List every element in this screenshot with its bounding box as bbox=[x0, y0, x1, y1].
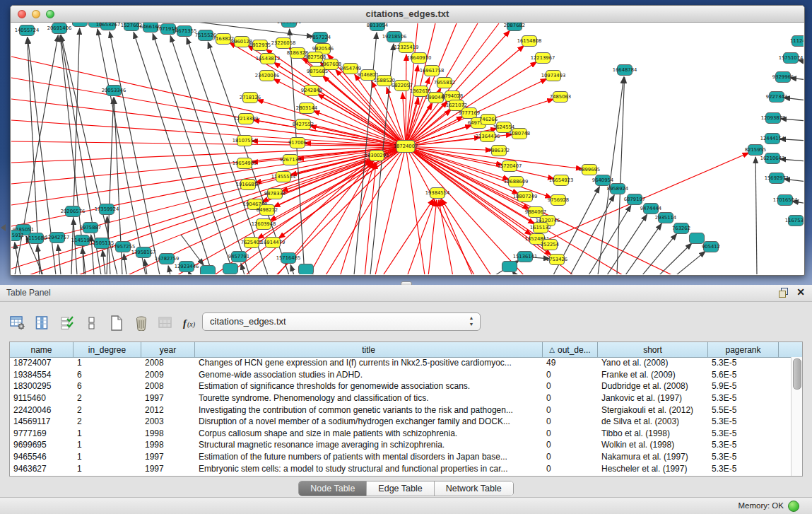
table-cell[interactable]: 9699695 bbox=[10, 440, 73, 450]
table-cell[interactable]: 5.3E-5 bbox=[708, 440, 779, 450]
citation-edge-red[interactable] bbox=[257, 100, 406, 146]
table-cell[interactable]: Yano et al. (2008) bbox=[598, 358, 708, 368]
table-cell[interactable]: Embryonic stem cells: a model to study s… bbox=[195, 464, 543, 474]
table-cell[interactable]: Hescheler et al. (1997) bbox=[598, 464, 708, 474]
citation-edge-black[interactable] bbox=[755, 157, 757, 274]
table-cell[interactable]: 0 bbox=[543, 370, 598, 380]
new-table-icon[interactable] bbox=[107, 314, 126, 332]
select-all-icon[interactable] bbox=[58, 314, 76, 332]
table-cell[interactable]: Structural magnetic resonance image aver… bbox=[195, 440, 543, 450]
citation-edge-black[interactable] bbox=[659, 243, 692, 274]
network-window[interactable]: citations_edges.txt 18724007716382289601… bbox=[10, 5, 805, 276]
citation-edge-red[interactable] bbox=[11, 146, 406, 163]
table-cell[interactable]: 5.3E-5 bbox=[708, 452, 779, 462]
table-cell[interactable]: 2 bbox=[73, 393, 141, 403]
graph-node[interactable] bbox=[73, 23, 88, 27]
table-cell[interactable]: Disruption of a novel member of a sodium… bbox=[195, 416, 543, 426]
table-cell[interactable]: 0 bbox=[543, 393, 598, 403]
row-height-icon[interactable] bbox=[83, 314, 101, 332]
table-cell[interactable]: 1997 bbox=[141, 393, 195, 403]
citation-edge-black[interactable] bbox=[168, 266, 170, 274]
table-row[interactable]: 946554611997Estimation of the future num… bbox=[10, 451, 792, 463]
citation-edge-red[interactable] bbox=[382, 199, 433, 274]
citation-edge-black[interactable] bbox=[676, 251, 705, 274]
table-cell[interactable]: 19384554 bbox=[10, 370, 73, 380]
citation-edge-red[interactable] bbox=[11, 99, 406, 146]
citation-network-graph[interactable]: 1872400771638228960128891293523226058982… bbox=[11, 23, 804, 274]
table-row[interactable]: 1938455462009Genome-wide association stu… bbox=[10, 369, 792, 381]
table-selector-dropdown[interactable]: citations_edges.txt ▲▼ bbox=[202, 313, 481, 331]
table-cell[interactable]: 1 bbox=[73, 358, 141, 368]
citation-edge-red[interactable] bbox=[11, 146, 406, 247]
table-row[interactable]: 2242004622012Investigating the contribut… bbox=[10, 404, 792, 416]
column-header-in-degree[interactable]: in_degree bbox=[73, 342, 141, 357]
table-cell[interactable]: Tibbo et al. (1998) bbox=[598, 428, 708, 438]
table-cell[interactable]: 1 bbox=[73, 464, 141, 474]
table-row[interactable]: 946362711997Embryonic stem cells: a mode… bbox=[10, 462, 792, 474]
citation-edge-black[interactable] bbox=[625, 223, 661, 274]
table-cell[interactable]: 2008 bbox=[141, 358, 195, 368]
import-table-icon[interactable] bbox=[157, 314, 175, 332]
table-cell[interactable]: 2 bbox=[73, 416, 141, 426]
table-cell[interactable]: 5.3E-5 bbox=[708, 416, 779, 426]
column-header-title[interactable]: title bbox=[195, 342, 543, 357]
float-panel-icon[interactable] bbox=[778, 287, 788, 297]
citation-edge-black[interactable] bbox=[181, 235, 204, 265]
table-cell[interactable]: 0 bbox=[543, 464, 598, 474]
network-canvas[interactable]: 1872400771638228960128891293523226058982… bbox=[11, 23, 804, 274]
table-cell[interactable]: 0 bbox=[543, 381, 598, 391]
table-cell[interactable]: 1998 bbox=[141, 428, 195, 438]
table-row[interactable]: 1872400712008Changes of HCN gene express… bbox=[10, 357, 792, 369]
citation-edge-black[interactable] bbox=[617, 77, 625, 274]
column-header-out-de-[interactable]: △out_de... bbox=[543, 342, 598, 357]
graph-node[interactable] bbox=[502, 262, 517, 272]
table-cell[interactable]: Nakamura et al. (1997) bbox=[598, 452, 708, 462]
table-cell[interactable]: Estimation of significance thresholds fo… bbox=[195, 381, 543, 391]
citation-edge-red[interactable] bbox=[11, 146, 406, 205]
citation-edge-black[interactable] bbox=[642, 234, 677, 274]
table-cell[interactable]: Tourette syndrome. Phenomenology and cla… bbox=[195, 393, 543, 403]
citation-edge-red[interactable] bbox=[407, 199, 435, 274]
table-cell[interactable]: Jankovic et al. (1997) bbox=[598, 393, 708, 403]
function-builder-icon[interactable]: f (x) bbox=[182, 314, 200, 332]
table-cell[interactable]: 1998 bbox=[141, 440, 195, 450]
table-cell[interactable]: 22420046 bbox=[10, 405, 73, 415]
tab-edge-table[interactable]: Edge Table bbox=[367, 481, 434, 496]
table-cell[interactable]: Dudbridge et al. (2008) bbox=[598, 381, 708, 391]
table-cell[interactable]: 5.9E-5 bbox=[708, 381, 779, 391]
table-row[interactable]: 1830029562008Estimation of significance … bbox=[10, 380, 792, 392]
close-panel-icon[interactable]: ✕ bbox=[796, 287, 805, 297]
table-cell[interactable]: 2008 bbox=[141, 381, 195, 391]
table-cell[interactable]: 2009 bbox=[141, 370, 195, 380]
table-cell[interactable]: 0 bbox=[543, 416, 598, 426]
graph-node[interactable] bbox=[299, 264, 314, 275]
table-row[interactable]: 977716911998Corpus callosum shape and si… bbox=[10, 428, 792, 440]
table-cell[interactable]: Stergiakouli et al. (2012) bbox=[598, 405, 708, 415]
citation-edge-red[interactable] bbox=[439, 200, 453, 274]
table-row[interactable]: 911546021997Tourette syndrome. Phenomeno… bbox=[10, 392, 792, 404]
citation-edge-black[interactable] bbox=[170, 35, 249, 274]
citation-edge-red[interactable] bbox=[365, 163, 376, 274]
table-cell[interactable]: 18724007 bbox=[10, 358, 73, 368]
column-header-pagerank[interactable]: pagerank bbox=[708, 342, 779, 357]
table-cell[interactable]: 18300295 bbox=[10, 381, 73, 391]
table-cell[interactable]: 2 bbox=[73, 405, 141, 415]
citation-edge-black[interactable] bbox=[290, 29, 305, 274]
citation-edge-black[interactable] bbox=[58, 245, 61, 274]
table-cell[interactable]: 5.3E-5 bbox=[708, 358, 779, 368]
citation-edge-black[interactable] bbox=[607, 214, 647, 274]
tab-node-table[interactable]: Node Table bbox=[299, 481, 367, 496]
table-cell[interactable]: 14569117 bbox=[10, 416, 73, 426]
citation-edge-red[interactable] bbox=[441, 199, 492, 274]
table-cell[interactable]: 1 bbox=[73, 440, 141, 450]
graph-node[interactable] bbox=[223, 264, 238, 274]
table-row[interactable]: 969969511998Structural magnetic resonanc… bbox=[10, 439, 792, 451]
table-cell[interactable]: 5.3E-5 bbox=[708, 393, 779, 403]
table-cell[interactable]: 2012 bbox=[141, 405, 195, 415]
table-cell[interactable]: Wolkin et al. (1998) bbox=[598, 440, 708, 450]
table-cell[interactable]: 0 bbox=[543, 428, 598, 438]
table-cell[interactable]: 5.5E-5 bbox=[708, 405, 779, 415]
citation-edge-red[interactable] bbox=[29, 146, 406, 274]
table-cell[interactable]: 5.3E-5 bbox=[708, 464, 779, 474]
table-cell[interactable]: de Silva et al. (2003) bbox=[598, 416, 708, 426]
